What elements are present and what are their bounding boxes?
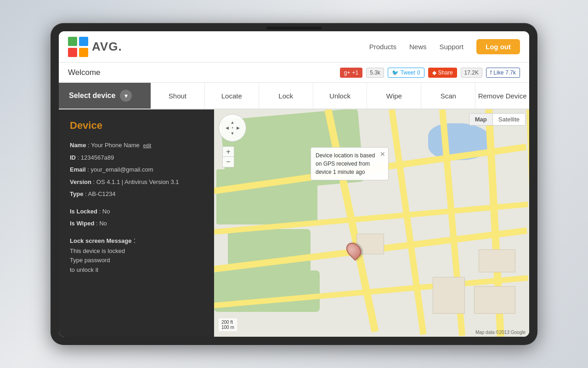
tablet-frame: AVG. Products News Support Log out Welco… bbox=[51, 23, 537, 345]
shout-button[interactable]: Shout bbox=[151, 83, 205, 109]
device-name-edit[interactable]: edit bbox=[143, 143, 151, 148]
street-vertical-2 bbox=[389, 109, 427, 335]
device-version-row: Version : OS 4.1.1 | Antivirus Version 3… bbox=[70, 178, 203, 187]
map-view-toggle: Map Satellite bbox=[469, 113, 526, 126]
toolbar-actions: Shout Locate Lock Unlock Wipe Scan Remov… bbox=[151, 83, 529, 109]
device-locked-row: Is Locked : No bbox=[70, 207, 203, 216]
nav-south-icon[interactable]: ▼ bbox=[230, 131, 235, 136]
building-3 bbox=[479, 249, 515, 272]
map-view-button[interactable]: Map bbox=[469, 114, 493, 125]
nav-sw bbox=[224, 131, 230, 136]
lock-screen-label: Lock screen Message bbox=[70, 237, 131, 244]
unlock-button[interactable]: Unlock bbox=[313, 83, 368, 109]
building-2 bbox=[433, 277, 465, 314]
device-panel-title: Device bbox=[70, 120, 203, 132]
google-plus-button[interactable]: g+ +1 bbox=[340, 68, 362, 78]
welcome-bar: Welcome g+ +1 5.3k 🐦 Tweet 0 ◆ Share 17.… bbox=[59, 63, 529, 83]
header: AVG. Products News Support Log out bbox=[59, 31, 529, 63]
nav-se bbox=[235, 131, 241, 136]
svg-rect-0 bbox=[68, 37, 77, 46]
map-scale-m: 100 m bbox=[221, 325, 234, 330]
zoom-out-button[interactable]: − bbox=[223, 157, 234, 167]
avg-brand-text: AVG. bbox=[92, 40, 122, 54]
facebook-button[interactable]: f Like 7.7k bbox=[486, 68, 520, 78]
twitter-button[interactable]: 🐦 Tweet 0 bbox=[388, 68, 424, 78]
scan-button[interactable]: Scan bbox=[421, 83, 475, 109]
device-id-label: ID bbox=[70, 154, 76, 161]
satellite-view-button[interactable]: Satellite bbox=[493, 114, 525, 125]
nav-arrows: ▲ ◀ • ▶ ▼ bbox=[224, 120, 241, 136]
nav-east-icon[interactable]: ▶ bbox=[235, 125, 241, 131]
device-locked-label: Is Locked bbox=[70, 208, 97, 215]
device-name-row: Name : Your Phone Name edit bbox=[70, 141, 203, 150]
device-info-section: Name : Your Phone Name edit ID : 1234567… bbox=[70, 141, 203, 199]
device-version-value: OS 4.1.1 | Antivirus Version 3.1 bbox=[96, 178, 179, 185]
main-content: Device Name : Your Phone Name edit ID : … bbox=[59, 109, 529, 337]
social-buttons: g+ +1 5.3k 🐦 Tweet 0 ◆ Share 17.2K f Lik… bbox=[340, 68, 520, 78]
device-wiped-row: Is Wiped : No bbox=[70, 219, 203, 228]
device-name-label: Name bbox=[70, 142, 86, 149]
map-navigation-control: ▲ ◀ • ▶ ▼ bbox=[219, 114, 246, 142]
select-device-dropdown[interactable]: Select device ▾ bbox=[59, 83, 151, 109]
logo-area: AVG. bbox=[68, 37, 122, 57]
share-button[interactable]: ◆ Share bbox=[428, 68, 457, 78]
device-wiped-value: No bbox=[99, 220, 107, 227]
nav-nw bbox=[224, 120, 230, 125]
building-1 bbox=[474, 286, 515, 314]
device-panel: Device Name : Your Phone Name edit ID : … bbox=[59, 109, 214, 337]
select-device-label: Select device bbox=[69, 92, 115, 100]
nav-center: • bbox=[230, 125, 235, 131]
svg-rect-3 bbox=[79, 48, 88, 57]
nav-products[interactable]: Products bbox=[369, 43, 396, 51]
map-scale: 200 ft 100 m bbox=[219, 318, 237, 331]
device-locked-value: No bbox=[102, 208, 110, 215]
map-background bbox=[214, 109, 529, 337]
nav-ne bbox=[235, 120, 241, 125]
svg-rect-2 bbox=[68, 48, 77, 57]
map-nav-circle[interactable]: ▲ ◀ • ▶ ▼ bbox=[219, 114, 246, 142]
lock-button[interactable]: Lock bbox=[259, 83, 313, 109]
zoom-controls: + − bbox=[222, 146, 234, 167]
device-wiped-label: Is Wiped bbox=[70, 220, 94, 227]
google-plus-icon: g+ bbox=[344, 69, 351, 76]
tooltip-text: Device location is based on GPS received… bbox=[316, 152, 375, 175]
nav-west-icon[interactable]: ◀ bbox=[224, 125, 230, 131]
lock-screen-message: This device is lockedType passwordto unl… bbox=[70, 247, 203, 275]
device-type-value: AB-C1234 bbox=[88, 190, 116, 197]
device-id-row: ID : 1234567a89 bbox=[70, 153, 203, 162]
chevron-down-icon: ▾ bbox=[120, 90, 132, 102]
toolbar: Select device ▾ Shout Locate Lock Unlock… bbox=[59, 83, 529, 109]
nav-news[interactable]: News bbox=[409, 43, 427, 51]
google-count: 5.3k bbox=[366, 68, 384, 78]
avg-logo-icon bbox=[68, 37, 88, 57]
twitter-icon: 🐦 bbox=[392, 69, 399, 76]
map-device-pin bbox=[347, 242, 360, 259]
device-version-label: Version bbox=[70, 178, 91, 185]
lock-screen-section: Lock screen Message : This device is loc… bbox=[70, 236, 203, 275]
device-email-label: Email bbox=[70, 166, 86, 173]
nav-north-icon[interactable]: ▲ bbox=[230, 120, 235, 125]
zoom-in-button[interactable]: + bbox=[223, 147, 234, 157]
tooltip-close-button[interactable]: ✕ bbox=[380, 150, 385, 159]
facebook-icon: f bbox=[490, 69, 492, 76]
device-type-row: Type : AB-C1234 bbox=[70, 190, 203, 199]
map-area[interactable]: Map Satellite ▲ ◀ • ▶ ▼ bbox=[214, 109, 529, 337]
locate-button[interactable]: Locate bbox=[205, 83, 259, 109]
nav-links: Products News Support Log out bbox=[369, 39, 520, 54]
location-tooltip: ✕ Device location is based on GPS receiv… bbox=[311, 147, 389, 180]
device-email-value: your_email@gmail.com bbox=[91, 166, 153, 173]
nav-support[interactable]: Support bbox=[439, 43, 464, 51]
device-email-row: Email : your_email@gmail.com bbox=[70, 165, 203, 174]
map-attribution: Map data ©2013 Google bbox=[475, 330, 526, 335]
screen: AVG. Products News Support Log out Welco… bbox=[59, 31, 529, 337]
logout-button[interactable]: Log out bbox=[476, 39, 520, 54]
street-vertical-5 bbox=[526, 109, 529, 337]
device-type-label: Type bbox=[70, 190, 83, 197]
map-scale-ft: 200 ft bbox=[221, 320, 234, 325]
device-name-value: Your Phone Name bbox=[91, 142, 140, 149]
device-id-value: 1234567a89 bbox=[81, 154, 114, 161]
share-icon: ◆ bbox=[432, 69, 436, 76]
wipe-button[interactable]: Wipe bbox=[367, 83, 421, 109]
share-count: 17.2K bbox=[461, 68, 482, 78]
remove-device-button[interactable]: Remove Device bbox=[475, 83, 529, 109]
